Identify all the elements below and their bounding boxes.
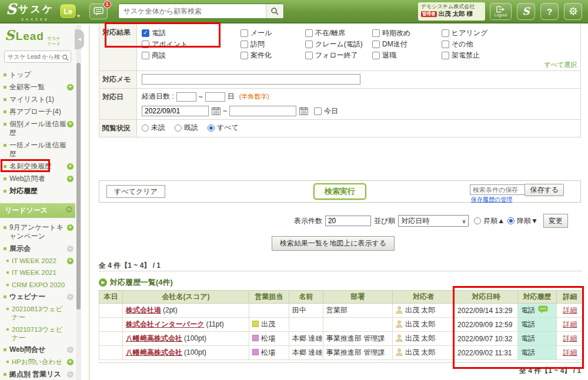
plus-icon[interactable] <box>67 359 74 365</box>
memo-bubble-icon[interactable] <box>538 305 548 314</box>
checkbox-option[interactable]: 架電禁止 <box>442 51 480 60</box>
display-count-input[interactable] <box>325 216 371 226</box>
detail-link[interactable]: 詳細 <box>563 334 577 342</box>
checkbox-option[interactable]: フォロー終了 <box>305 51 372 60</box>
sort-asc-option[interactable]: 昇順▲ <box>474 216 505 226</box>
change-button[interactable]: 変更 <box>543 214 568 228</box>
sidebar-section-leadsource[interactable]: リードソース <box>0 203 75 218</box>
detail-link[interactable]: 詳細 <box>563 348 577 357</box>
saved-history-link[interactable]: 保存履歴の管理 <box>471 196 512 204</box>
elapsed-to-input[interactable] <box>205 92 225 102</box>
minus-icon[interactable] <box>67 246 74 252</box>
checkbox[interactable] <box>372 29 380 37</box>
checkbox[interactable] <box>442 52 449 59</box>
checkbox[interactable] <box>305 29 313 37</box>
checkbox[interactable] <box>372 41 380 48</box>
notifications-button[interactable]: 1 <box>89 4 108 19</box>
radio-button[interactable] <box>175 125 182 132</box>
asc-radio[interactable] <box>474 217 481 224</box>
leadsource-item[interactable]: IT WEEK 2022 <box>0 255 75 267</box>
checkbox[interactable] <box>372 52 380 59</box>
checkbox-option[interactable]: 商談 <box>142 51 240 60</box>
leadsource-item[interactable]: IT WEEK 2021 <box>0 267 75 278</box>
column-header[interactable]: 対応者 <box>393 291 455 304</box>
radio-option[interactable]: 未読 <box>142 123 165 133</box>
column-header[interactable]: 対応履歴 <box>518 291 557 304</box>
sidebar-collapse-tab[interactable] <box>75 29 84 49</box>
leadsource-item[interactable]: HPお問い合わせ <box>0 356 75 368</box>
detail-link[interactable]: 詳細 <box>563 306 577 314</box>
column-header[interactable]: 名前 <box>289 291 323 304</box>
search-button[interactable] <box>266 4 283 18</box>
sidebar-item[interactable]: 一括メール送信履歴 <box>0 139 75 160</box>
save-button[interactable]: 保存する <box>524 184 564 196</box>
chevron-down-icon[interactable] <box>77 9 80 20</box>
leadsource-item[interactable]: ウェビナー <box>0 291 75 303</box>
sidebar-item[interactable]: 対応履歴 <box>0 185 75 197</box>
radio-option[interactable]: すべて <box>208 123 239 133</box>
calendar-icon[interactable] <box>212 107 220 115</box>
today-checkbox[interactable] <box>314 107 322 115</box>
checkbox-option[interactable]: メール <box>240 28 305 38</box>
minus-icon[interactable] <box>67 294 74 300</box>
plus-icon[interactable] <box>67 176 74 182</box>
company-link[interactable]: 八幡﨑高株式会社 <box>126 348 182 357</box>
calendar-icon[interactable] <box>299 107 308 115</box>
column-header[interactable]: 詳細 <box>557 291 584 304</box>
checkbox[interactable] <box>240 52 248 59</box>
checkbox[interactable] <box>240 29 248 37</box>
leadsource-item[interactable]: 20210813ウェビナー <box>0 303 75 324</box>
show-on-map-button[interactable]: 検索結果一覧を地図上に表示する <box>272 236 395 251</box>
leadsource-item[interactable]: 20210713ウェビナー <box>0 324 75 344</box>
checkbox[interactable] <box>142 41 149 48</box>
leadsource-item[interactable]: CRM EXPO 2020 <box>0 279 75 291</box>
settings-button[interactable] <box>564 3 582 20</box>
checkbox-option[interactable]: ヒアリング <box>442 28 487 38</box>
memo-input[interactable] <box>142 74 360 85</box>
checkbox[interactable] <box>442 41 449 48</box>
collapse-icon[interactable] <box>66 206 72 213</box>
global-search-input[interactable] <box>119 4 266 18</box>
lead-app-badge[interactable]: Le <box>60 4 76 18</box>
help-button[interactable]: ? <box>540 3 559 20</box>
execute-search-button[interactable]: 検索実行 <box>313 183 366 200</box>
checkbox-option[interactable]: その他 <box>442 39 473 49</box>
leadsource-item[interactable]: 9月アンケートキャンペーン <box>0 221 75 243</box>
column-header[interactable]: 会社名(スコア) <box>123 291 249 304</box>
checkbox-option[interactable]: 時期改め <box>372 28 442 38</box>
sidebar-scrollbar[interactable] <box>76 25 81 380</box>
checkbox-option[interactable]: 退職 <box>372 51 442 60</box>
search-icon[interactable] <box>62 53 69 63</box>
checkbox-option[interactable]: 案件化 <box>240 51 305 60</box>
date-to-input[interactable] <box>229 106 296 116</box>
saaske-logo[interactable]: S サスケ SAASKE <box>6 2 54 21</box>
checkbox-option[interactable]: 訪問 <box>240 39 305 49</box>
desc-radio[interactable] <box>507 217 514 224</box>
column-header[interactable]: 部署 <box>323 291 393 304</box>
sidebar-item[interactable]: Web訪問者 <box>0 173 75 185</box>
checkbox-option[interactable]: DM送付 <box>372 39 442 49</box>
checkbox[interactable] <box>240 41 248 48</box>
minus-icon[interactable] <box>67 371 74 378</box>
clear-all-button[interactable]: すべてクリア <box>106 185 165 198</box>
checkbox[interactable] <box>142 29 149 37</box>
sort-desc-option[interactable]: 降順▼ <box>507 216 538 226</box>
checkbox-option[interactable]: クレーム(電話) <box>305 39 372 49</box>
minus-icon[interactable] <box>67 347 74 353</box>
plus-icon[interactable] <box>67 258 74 264</box>
column-header[interactable]: 営業担当 <box>249 291 289 304</box>
column-header[interactable]: 本日 <box>99 291 123 304</box>
today-checkbox-option[interactable]: 今日 <box>314 106 338 116</box>
plus-icon[interactable] <box>67 121 74 127</box>
elapsed-from-input[interactable] <box>176 92 196 102</box>
checkbox[interactable] <box>305 52 313 59</box>
saaske-home-button[interactable]: S <box>517 3 535 20</box>
date-from-input[interactable] <box>142 106 209 116</box>
company-link[interactable]: 八幡﨑高株式会社 <box>126 334 182 342</box>
sidebar-item[interactable]: トップ <box>0 69 75 81</box>
sidebar-item[interactable]: 名刺交換履歴 <box>0 160 75 173</box>
lead-logo[interactable]: S Lead サスケリード <box>5 28 73 47</box>
plus-icon[interactable] <box>67 224 74 231</box>
sidebar-item[interactable]: マイリスト(1) <box>0 93 75 106</box>
checkbox[interactable] <box>142 52 149 59</box>
